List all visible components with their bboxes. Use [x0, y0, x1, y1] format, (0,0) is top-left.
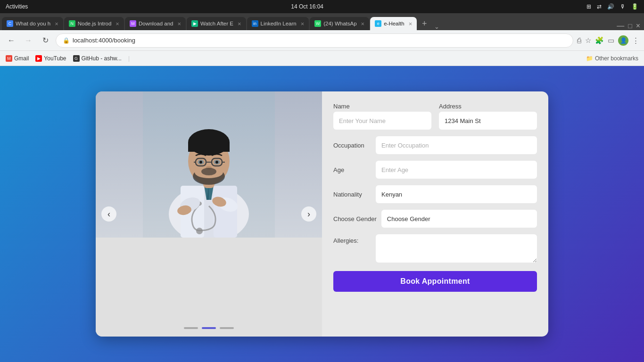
reload-button[interactable]: ↻ — [39, 34, 52, 47]
bookmark-youtube[interactable]: ▶ YouTube — [35, 55, 66, 62]
profile-icon[interactable]: 👤 — [618, 35, 628, 46]
minimize-button[interactable]: — — [617, 22, 624, 30]
form-group-name: Name — [333, 103, 431, 130]
form-row-gender: Choose Gender — [333, 210, 537, 228]
tab-linkedin[interactable]: in LinkedIn Learn × — [247, 17, 309, 30]
svg-rect-16 — [188, 142, 230, 152]
tab-favicon-c: C — [7, 20, 13, 27]
carousel-dots — [184, 327, 234, 329]
share-icon[interactable]: ⎙ — [577, 36, 581, 44]
browser-action-icons: ⎙ ☆ 🧩 ▭ 👤 ⋮ — [577, 35, 639, 46]
tab-label-c: What do you h — [16, 21, 50, 26]
grid-icon[interactable]: ⊞ — [586, 3, 591, 10]
form-row-occupation: Occupation — [333, 136, 537, 154]
carousel-dot-3[interactable] — [220, 327, 234, 329]
address-field[interactable]: 🔒 localhost:4000/booking — [56, 33, 573, 48]
menu-icon[interactable]: ⋮ — [632, 36, 639, 45]
tab-what-do-you[interactable]: C What do you h × — [2, 17, 63, 30]
form-group-address: Address — [439, 103, 537, 130]
activities-label[interactable]: Activities — [6, 3, 28, 10]
lock-icon: 🔒 — [63, 37, 70, 44]
tabs-bar: C What do you h × N Node.js Introd × M D… — [0, 13, 644, 30]
bookmark-gmail[interactable]: M Gmail — [6, 55, 29, 62]
chevron-right-icon: › — [307, 209, 310, 219]
tab-favicon-wa: W — [314, 20, 321, 27]
tab-close-li[interactable]: × — [301, 20, 305, 27]
allergies-textarea[interactable] — [376, 234, 537, 263]
system-tray: ⊞ ⇄ 🔊 🎙 🔋 — [586, 3, 638, 10]
carousel-dot-2[interactable] — [202, 327, 216, 329]
tab-label-wa: (24) WhatsAp — [323, 21, 356, 26]
tab-label-n: Node.js Introd — [78, 21, 112, 26]
tab-close-c[interactable]: × — [55, 20, 58, 27]
bookmark-gmail-label: Gmail — [14, 55, 29, 62]
tab-label-w: Watch After E — [200, 21, 233, 26]
carousel-next-button[interactable]: › — [301, 206, 316, 222]
bookmark-github[interactable]: G GitHub - ashw... — [73, 55, 122, 62]
tab-close-n[interactable]: × — [116, 20, 119, 27]
bookmark-icon[interactable]: ☆ — [585, 36, 591, 45]
tab-ehealth[interactable]: e e-Health × — [370, 17, 417, 30]
address-text[interactable]: localhost:4000/booking — [73, 37, 135, 44]
svg-point-8 — [196, 228, 203, 234]
tab-label-d: Download and — [139, 21, 173, 26]
volume-icon[interactable]: 🔊 — [607, 3, 614, 10]
github-favicon: G — [73, 55, 80, 62]
occupation-input[interactable] — [376, 136, 537, 154]
maximize-button[interactable]: □ — [628, 22, 632, 30]
tab-download[interactable]: M Download and × — [125, 17, 186, 30]
bookmarks-separator: | — [128, 55, 130, 62]
bookmarks-bar: M Gmail ▶ YouTube G GitHub - ashw... | 📁… — [0, 51, 644, 66]
bookmark-youtube-label: YouTube — [44, 55, 66, 62]
network-icon[interactable]: ⇄ — [597, 3, 602, 10]
battery-icon[interactable]: 🔋 — [631, 3, 638, 10]
extensions-icon[interactable]: 🧩 — [595, 36, 604, 45]
svg-point-27 — [215, 161, 218, 164]
tab-favicon-n: N — [69, 20, 75, 27]
new-tab-button[interactable]: + — [418, 17, 431, 30]
nationality-label: Nationality — [333, 191, 371, 198]
sidebar-icon[interactable]: ▭ — [608, 36, 614, 45]
address-input[interactable] — [439, 112, 537, 130]
doctor-image-area — [96, 91, 322, 238]
book-appointment-button[interactable]: Book Appointment — [333, 271, 537, 292]
booking-card: ‹ › Name Address Occupation — [96, 91, 548, 337]
gender-input[interactable] — [381, 210, 537, 228]
forward-button[interactable]: → — [22, 34, 35, 47]
tab-close-d[interactable]: × — [177, 20, 181, 27]
carousel-prev-button[interactable]: ‹ — [101, 206, 116, 222]
tab-watch[interactable]: ▶ Watch After E × — [187, 17, 246, 30]
other-bookmarks[interactable]: 📁 Other bookmarks — [586, 55, 638, 62]
allergies-label: Allergies: — [333, 234, 371, 244]
tab-close-eh[interactable]: × — [409, 20, 413, 27]
tab-whatsapp[interactable]: W (24) WhatsAp × — [310, 17, 369, 30]
youtube-favicon: ▶ — [35, 55, 42, 62]
other-bookmarks-label: Other bookmarks — [595, 55, 638, 62]
name-input[interactable] — [333, 112, 431, 130]
datetime-label: 14 Oct 16:04 — [291, 3, 323, 10]
close-window-button[interactable]: × — [636, 22, 640, 30]
name-label: Name — [333, 103, 431, 110]
tab-nodejs[interactable]: N Node.js Introd × — [64, 17, 124, 30]
svg-rect-4 — [214, 186, 237, 238]
tab-list-chevron[interactable]: ⌄ — [432, 23, 442, 30]
address-label: Address — [439, 103, 537, 110]
chevron-left-icon: ‹ — [107, 209, 110, 219]
tab-close-wa[interactable]: × — [361, 20, 365, 27]
svg-point-26 — [199, 161, 202, 164]
tab-label-li: LinkedIn Learn — [261, 21, 297, 26]
occupation-label: Occupation — [333, 142, 371, 149]
carousel-side: ‹ › — [96, 91, 322, 337]
form-side: Name Address Occupation Age Natio — [322, 91, 548, 337]
back-button[interactable]: ← — [5, 34, 18, 47]
tab-close-w[interactable]: × — [238, 20, 241, 27]
nationality-input[interactable] — [376, 185, 537, 203]
mic-icon[interactable]: 🎙 — [620, 3, 626, 10]
page-content: ‹ › Name Address Occupation — [0, 66, 644, 362]
carousel-dot-1[interactable] — [184, 327, 198, 329]
carousel-bottom — [96, 238, 322, 337]
tab-favicon-w: ▶ — [191, 20, 198, 27]
folder-icon: 📁 — [586, 55, 593, 62]
age-input[interactable] — [376, 161, 537, 179]
bookmark-github-label: GitHub - ashw... — [82, 55, 122, 62]
